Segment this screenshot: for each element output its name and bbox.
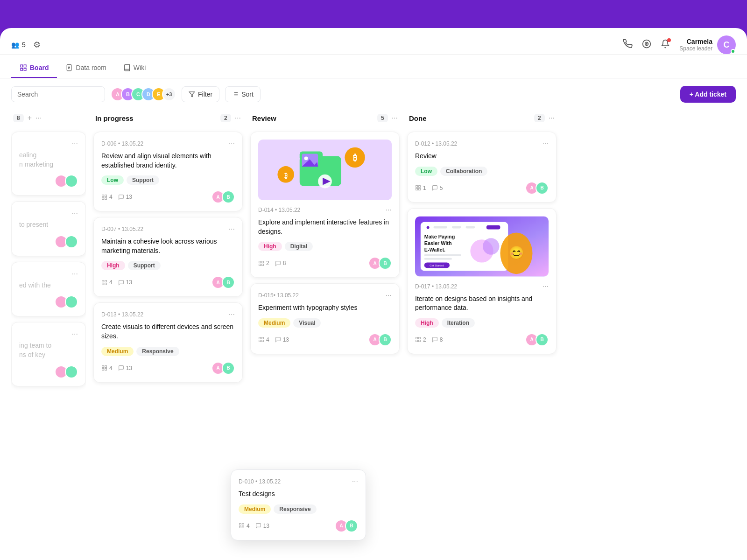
svg-marker-10	[189, 92, 195, 97]
card-d015-tags: Medium Visual	[258, 318, 392, 328]
floating-card-meta: D-010 • 13.05.22 ···	[239, 477, 358, 486]
card-d012-footer: 1 5 A B	[415, 182, 549, 195]
add-col-button[interactable]: +	[28, 114, 32, 122]
card-d013-av2: B	[222, 362, 235, 375]
av-2	[65, 175, 78, 188]
card-menu-button[interactable]: ···	[72, 209, 78, 217]
card-d017-image: Make Paying Easier With E-Wallet. Get St…	[415, 216, 549, 277]
floating-card-tags: Medium Responsive	[239, 504, 358, 514]
card-d017-menu[interactable]: ···	[543, 282, 549, 291]
av-2	[65, 365, 78, 378]
card-d015-menu[interactable]: ···	[386, 291, 392, 300]
svg-rect-22	[105, 280, 107, 282]
svg-text:E-Wallet.: E-Wallet.	[424, 246, 445, 252]
card-d015-task-stat: 4	[258, 336, 269, 343]
card-d017-meta: D-017 • 13.05.22 ···	[415, 282, 549, 291]
card-d012-menu[interactable]: ···	[543, 140, 549, 148]
tab-wiki[interactable]: Wiki	[115, 58, 154, 78]
camera-button[interactable]	[642, 39, 651, 51]
card-d007-av2: B	[222, 276, 235, 289]
svg-rect-52	[419, 189, 421, 190]
filter-button[interactable]: Filter	[182, 86, 219, 102]
card-d017-title: Iterate on designs based on insights and…	[415, 294, 549, 313]
card-d007-title: Maintain a cohesive look across various …	[101, 237, 235, 255]
main-container: 👥 5 ⚙ Carmela Space leader	[0, 28, 747, 560]
card-d007-task-count: 4	[109, 279, 113, 286]
card-d012-tag: Collaboration	[440, 167, 487, 176]
svg-rect-44	[262, 264, 264, 266]
svg-rect-45	[259, 337, 261, 339]
card-d006-tag: Support	[127, 175, 159, 185]
card-d006-footer: 4 13 A B	[101, 190, 235, 203]
card-d006-menu[interactable]: ···	[229, 140, 235, 148]
column-inprogress-header: In progress 2 ···	[93, 110, 243, 126]
svg-text:Easier With: Easier With	[424, 240, 452, 246]
tab-dataroom[interactable]: Data room	[57, 58, 114, 78]
floating-card-priority: Medium	[239, 504, 271, 514]
top-bar	[0, 0, 747, 28]
card-d013-meta: D-013 • 13.05.22 ···	[101, 310, 235, 319]
card-d006-meta: D-006 • 13.05.22 ···	[101, 140, 235, 148]
partial-card-2: ··· to present	[11, 201, 86, 256]
svg-rect-50	[419, 186, 421, 188]
settings-button[interactable]: ⚙	[33, 40, 41, 50]
svg-rect-28	[105, 369, 107, 371]
svg-rect-42	[262, 261, 264, 263]
card-d014-comment-count: 8	[283, 260, 286, 266]
card-menu-button[interactable]: ···	[72, 140, 78, 148]
svg-rect-27	[102, 369, 104, 371]
card-d012-task-count: 1	[423, 185, 426, 191]
svg-rect-25	[102, 366, 104, 368]
phone-button[interactable]	[623, 39, 633, 51]
column-inprogress: In progress 2 ··· D-006 • 13.05.22 ··· R…	[93, 110, 243, 558]
column-partial-header: 8 + ···	[11, 110, 86, 126]
search-input[interactable]	[11, 86, 105, 102]
notifications-button[interactable]	[661, 39, 670, 51]
card-d012-comment-stat: 5	[432, 185, 443, 191]
card-d013-priority: Medium	[101, 347, 134, 356]
svg-rect-78	[242, 526, 244, 528]
card-d013-task-stat: 4	[101, 365, 113, 371]
card-d014-footer: 2 8 A B	[258, 257, 392, 270]
partial-count: 8	[13, 114, 24, 122]
svg-rect-23	[102, 283, 104, 285]
tab-board[interactable]: Board	[11, 58, 57, 78]
svg-rect-59	[486, 225, 500, 229]
card-d013-footer: 4 13 A B	[101, 362, 235, 375]
svg-rect-74	[419, 340, 421, 342]
floating-card-menu[interactable]: ···	[352, 477, 358, 486]
card-d006-comment-stat: 13	[118, 194, 132, 200]
svg-rect-18	[105, 195, 107, 196]
card-d017: Make Paying Easier With E-Wallet. Get St…	[407, 208, 557, 354]
done-menu-button[interactable]: ···	[549, 114, 555, 122]
card-menu-button[interactable]: ···	[72, 270, 78, 278]
add-ticket-button[interactable]: + Add ticket	[680, 86, 736, 103]
review-menu-button[interactable]: ···	[392, 114, 398, 122]
svg-rect-4	[21, 68, 23, 70]
card-d007-menu[interactable]: ···	[229, 225, 235, 233]
card-d012-meta: D-012 • 13.05.22 ···	[415, 140, 549, 148]
column-done-header: Done 2 ···	[407, 110, 557, 126]
svg-rect-48	[262, 340, 264, 342]
card-d013-task-count: 4	[109, 365, 113, 371]
card-d015-avatars: A B	[368, 333, 392, 346]
svg-rect-63	[424, 254, 461, 256]
partial-card-3-title: ed with the	[19, 281, 78, 290]
card-menu-button[interactable]: ···	[72, 330, 78, 338]
card-d014-image: ₿ ₿	[258, 140, 392, 200]
floating-card-d010: D-010 • 13.05.22 ··· Test designs Medium…	[231, 469, 366, 540]
sort-button[interactable]: Sort	[225, 86, 261, 102]
card-d012-title: Review	[415, 152, 549, 161]
people-icon: 👥	[11, 41, 19, 49]
partial-menu-button[interactable]: ···	[35, 114, 42, 122]
inprogress-menu-button[interactable]: ···	[235, 114, 241, 122]
card-d014-menu[interactable]: ···	[386, 206, 392, 214]
svg-rect-46	[262, 337, 264, 339]
card-d012-tags: Low Collaboration	[415, 167, 549, 176]
card-d014-task-stat: 2	[258, 260, 269, 266]
column-inprogress-count: 2	[220, 114, 231, 122]
card-d013-menu[interactable]: ···	[229, 310, 235, 319]
svg-rect-75	[240, 524, 241, 525]
card-d013-id: D-013 • 13.05.22	[101, 311, 143, 318]
toolbar: A B C D E +3 Filter Sort + Add ticket	[0, 78, 747, 110]
